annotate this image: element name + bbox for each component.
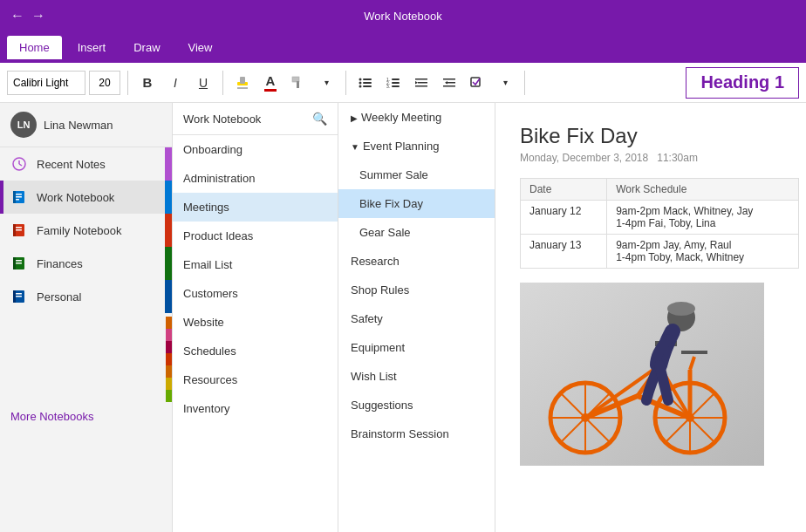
checkbox-button[interactable]: [465, 71, 489, 95]
unordered-list-button[interactable]: [353, 71, 378, 95]
back-arrow[interactable]: ←: [10, 8, 24, 24]
tab-view[interactable]: View: [176, 36, 225, 59]
svg-rect-13: [392, 78, 400, 80]
font-dropdown-button[interactable]: ▾: [314, 71, 338, 95]
page-item-research[interactable]: Research: [338, 247, 495, 276]
svg-rect-11: [363, 85, 372, 87]
family-notebook-icon: [10, 222, 28, 239]
user-name: Lina Newman: [44, 119, 113, 132]
table-header-schedule: Work Schedule: [607, 179, 799, 201]
toolbar-separator-2: [222, 71, 223, 95]
svg-rect-22: [443, 78, 455, 80]
nb-section-email-list[interactable]: Email List: [173, 250, 338, 279]
tab-home[interactable]: Home: [7, 36, 62, 59]
nb-section-meetings[interactable]: Meetings: [173, 193, 338, 222]
ordered-list-button[interactable]: 1. 2. 3.: [381, 71, 406, 95]
page-item-bike-fix-day[interactable]: Bike Fix Day: [338, 189, 495, 218]
italic-button[interactable]: I: [163, 71, 188, 95]
format-painter-button[interactable]: [286, 71, 311, 95]
svg-rect-20: [415, 85, 427, 87]
table-cell-date-1: January 12: [521, 201, 607, 235]
table-cell-date-2: January 13: [521, 235, 607, 269]
sidebar-item-recent-notes[interactable]: Recent Notes: [0, 147, 172, 181]
nb-section-inventory[interactable]: Inventory: [173, 394, 338, 423]
nb-section-product-ideas[interactable]: Product Ideas: [173, 222, 338, 250]
svg-rect-31: [13, 191, 16, 203]
tab-draw[interactable]: Draw: [121, 36, 172, 59]
pages-panel: ▶Weekly Meeting ▼Event Planning Summer S…: [338, 103, 495, 532]
svg-rect-34: [16, 199, 19, 201]
tab-insert[interactable]: Insert: [65, 36, 119, 59]
heading-style-button[interactable]: Heading 1: [686, 67, 799, 99]
svg-point-10: [359, 85, 362, 87]
svg-marker-21: [415, 81, 418, 85]
svg-rect-17: [392, 85, 400, 87]
family-notebook-label: Family Notebook: [37, 224, 122, 237]
sidebar: LN Lina Newman Recent Notes: [0, 103, 173, 532]
page-item-weekly-meeting[interactable]: ▶Weekly Meeting: [338, 103, 495, 132]
nb-section-onboarding[interactable]: Onboarding: [173, 135, 338, 164]
list-dropdown-button[interactable]: ▾: [493, 71, 517, 95]
sidebar-item-finances[interactable]: Finances: [0, 247, 172, 280]
svg-rect-9: [363, 82, 372, 84]
svg-rect-40: [13, 257, 16, 269]
decrease-indent-button[interactable]: [409, 71, 434, 95]
toolbar-separator-4: [524, 71, 525, 95]
page-item-suggestions[interactable]: Suggestions: [338, 391, 495, 419]
svg-rect-37: [16, 227, 22, 228]
svg-point-79: [667, 302, 695, 316]
svg-rect-7: [363, 78, 372, 80]
finances-icon: [10, 255, 28, 272]
font-name-input[interactable]: [7, 71, 85, 95]
work-notebook-icon: [10, 188, 28, 206]
page-item-summer-sale[interactable]: Summer Sale: [338, 160, 495, 189]
svg-rect-41: [16, 260, 22, 262]
sidebar-user[interactable]: LN Lina Newman: [0, 103, 172, 147]
sidebar-item-work-notebook[interactable]: Work Notebook: [0, 181, 172, 214]
page-item-brainstorm[interactable]: Brainstorm Session: [338, 419, 495, 448]
toolbar: B I U A ▾: [0, 63, 806, 103]
table-header-date: Date: [521, 179, 607, 201]
svg-rect-19: [418, 82, 427, 84]
increase-indent-button[interactable]: [437, 71, 461, 95]
page-item-gear-sale[interactable]: Gear Sale: [338, 218, 495, 247]
sidebar-item-family-notebook[interactable]: Family Notebook: [0, 214, 172, 247]
sidebar-item-personal[interactable]: Personal: [0, 280, 172, 313]
menu-bar: Home Insert Draw View: [0, 31, 806, 63]
nb-section-schedules[interactable]: Schedules: [173, 337, 338, 365]
forward-arrow[interactable]: →: [31, 8, 45, 24]
content-area: Bike Fix Day Monday, December 3, 2018 11…: [495, 103, 806, 532]
window-title: Work Notebook: [364, 10, 441, 23]
notebook-panel-header: Work Notebook 🔍: [173, 103, 338, 135]
nb-section-resources[interactable]: Resources: [173, 365, 338, 394]
page-item-safety[interactable]: Safety: [338, 304, 495, 333]
page-item-event-planning[interactable]: ▼Event Planning: [338, 132, 495, 160]
svg-rect-32: [16, 194, 22, 195]
work-notebook-stripe: [165, 181, 172, 214]
toolbar-separator-3: [345, 71, 346, 95]
nb-section-website[interactable]: Website: [173, 308, 338, 337]
more-notebooks-link[interactable]: More Notebooks: [0, 402, 172, 431]
notebook-panel: Work Notebook 🔍 Onboarding Administratio…: [173, 103, 338, 532]
font-color-button[interactable]: A: [258, 71, 283, 95]
recent-notes-label: Recent Notes: [37, 158, 106, 171]
page-item-equipment[interactable]: Equipment: [338, 333, 495, 362]
underline-button[interactable]: U: [191, 71, 215, 95]
notebook-search-icon[interactable]: 🔍: [312, 112, 327, 126]
svg-rect-36: [13, 224, 16, 236]
personal-icon: [10, 288, 28, 305]
bold-button[interactable]: B: [135, 71, 160, 95]
page-item-shop-rules[interactable]: Shop Rules: [338, 276, 495, 304]
highlight-button[interactable]: [230, 71, 255, 95]
svg-rect-45: [16, 293, 22, 295]
nb-section-customers[interactable]: Customers: [173, 279, 338, 308]
note-date: Monday, December 3, 2018 11:30am: [520, 152, 782, 164]
work-notebook-label: Work Notebook: [37, 191, 114, 204]
page-item-wish-list[interactable]: Wish List: [338, 362, 495, 391]
svg-text:3.: 3.: [386, 84, 390, 89]
expand-arrow-weekly: ▶: [351, 113, 358, 123]
finances-stripe: [165, 247, 172, 280]
font-size-input[interactable]: [89, 71, 120, 95]
clock-icon: [10, 155, 28, 173]
nb-section-administration[interactable]: Administration: [173, 164, 338, 193]
